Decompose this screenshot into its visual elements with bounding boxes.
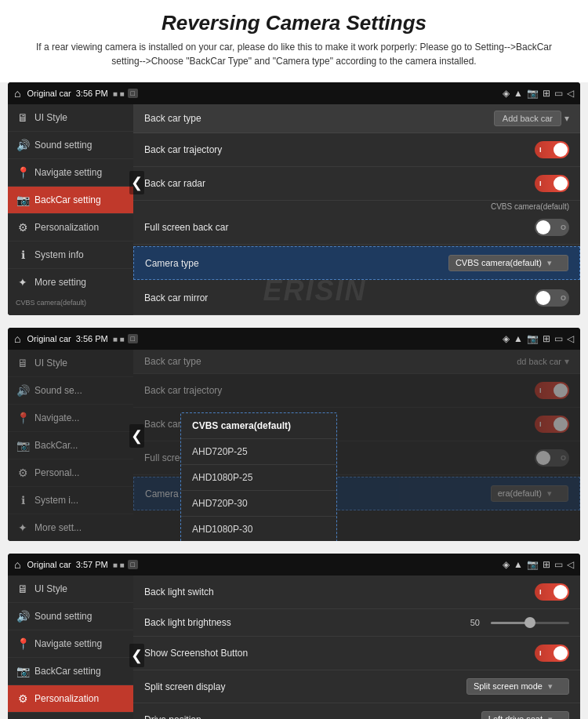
toggle-off-label2: O [561, 294, 566, 302]
main-content-3: Back light switch I Back light brightnes… [133, 576, 580, 719]
sidebar2-item-sysinfo[interactable]: ℹ System i... [8, 487, 133, 514]
status-bar-3: ⌂ Original car 3:57 PM ■ ■ □ ◈ ▲ 📷 ⊞ ▭ ◁ [8, 554, 580, 576]
backcar-type-label-2: Back car type [144, 356, 517, 367]
time-3: 3:57 PM [76, 560, 108, 569]
sidebar-item-sysinfo[interactable]: ℹ System info [8, 241, 133, 269]
navigate-icon: 📍 [16, 166, 30, 179]
s3-brightness-label: Back light brightness [144, 617, 357, 628]
s3-sound-icon: 🔊 [16, 610, 30, 623]
status-icons-1: ◈ ▲ 📷 ⊞ ▭ ◁ [503, 88, 574, 99]
popup-item-ahd720-25[interactable]: AHD720P-25 [181, 439, 336, 465]
s2-camera-dropdown[interactable]: era(default) ▾ [491, 485, 568, 502]
s3-drive-label: Drive position [144, 714, 481, 720]
s2-trajectory-toggle[interactable]: I [535, 382, 569, 399]
time-2: 3:56 PM [76, 334, 108, 343]
toggle-on-label2: I [539, 180, 542, 187]
fullscreen-label: Full screen back car [144, 222, 535, 233]
s3-sidebar-item-personal[interactable]: ⚙ Personalization [8, 685, 133, 713]
sidebar-2: 🖥 UI Style 🔊 Sound se... 📍 Navigate... 📷… [8, 350, 133, 541]
chevron-left-1[interactable]: ❮ [129, 171, 144, 194]
sidebar-item-ui-style[interactable]: 🖥 UI Style [8, 104, 133, 132]
sidebar-item-more[interactable]: ✦ More setting [8, 269, 133, 296]
split-icon-3: ▭ [554, 559, 563, 570]
back-icon-2: ◁ [567, 333, 574, 344]
status-bar-2: ⌂ Original car 3:56 PM ■ ■ □ ◈ ▲ 📷 ⊞ ▭ ◁ [8, 328, 580, 350]
home-icon-2[interactable]: ⌂ [14, 332, 20, 345]
s3-personal-icon: ⚙ [16, 692, 30, 705]
popup-item-ahd1080-30[interactable]: AHD1080P-30 [181, 517, 336, 541]
backcar-header-row-2: Back car type dd back car ▾ [133, 350, 580, 374]
s3-row-screenshot: Show Screenshot Button I [133, 637, 580, 670]
s2-radar-toggle[interactable]: I [535, 416, 569, 433]
s3-row-split: Split screen display Split screen mode ▾ [133, 670, 580, 703]
screen-panel-2: ⌂ Original car 3:56 PM ■ ■ □ ◈ ▲ 📷 ⊞ ▭ ◁… [8, 328, 580, 541]
sidebar2-item-ui[interactable]: 🖥 UI Style [8, 350, 133, 377]
sidebar-label-personalization: Personalization [34, 222, 99, 233]
sidebar2-item-more[interactable]: ✦ More sett... [8, 514, 133, 541]
brightness-slider-track[interactable] [491, 622, 569, 624]
s3-split-value: Split screen mode [474, 681, 543, 691]
s2-fullscreen-toggle[interactable]: O [535, 449, 569, 467]
sidebar2-item-sound[interactable]: 🔊 Sound se... [8, 377, 133, 405]
sidebar-label-navigate: Navigate setting [34, 167, 102, 178]
camera-icon-3: 📷 [527, 559, 539, 570]
mirror-toggle[interactable]: O [535, 289, 569, 307]
camera-dropdown-popup: CVBS camera(default) AHD720P-25 AHD1080P… [180, 412, 337, 541]
grid-icon-2: ⊞ [543, 333, 550, 344]
camera-type-dropdown[interactable]: CVBS camera(default) ▾ [448, 255, 568, 271]
s3-sidebar-item-sound[interactable]: 🔊 Sound setting [8, 603, 133, 630]
popup-item-ahd1080-25[interactable]: AHD1080P-25 [181, 465, 336, 491]
s3-sidebar-item-sysinfo[interactable]: ℹ System info [8, 713, 133, 719]
sidebar-item-navigate[interactable]: 📍 Navigate setting [8, 159, 133, 187]
sidebar-item-personalization[interactable]: ⚙ Personalization [8, 214, 133, 241]
sidebar-item-sound[interactable]: 🔊 Sound setting [8, 132, 133, 159]
s3-sidebar-item-ui[interactable]: 🖥 UI Style [8, 576, 133, 603]
status-bar-1: ⌂ Original car 3:56 PM ■ ■ □ ◈ ▲ 📷 ⊞ ▭ ◁ [8, 82, 580, 104]
sidebar2-item-personal[interactable]: ⚙ Personal... [8, 459, 133, 487]
s3-sidebar-item-nav[interactable]: 📍 Navigate setting [8, 630, 133, 658]
s3-nav-icon: 📍 [16, 637, 30, 650]
s3-screenshot-toggle[interactable]: I [535, 645, 569, 662]
spacer-2 [0, 547, 588, 554]
radar-toggle[interactable]: I [535, 175, 569, 192]
sound-icon-2: 🔊 [16, 384, 30, 397]
sidebar-label-more: More setting [34, 277, 86, 288]
sidebar2-label-sysinfo: System i... [34, 495, 78, 506]
fullscreen-toggle[interactable]: O [535, 219, 569, 236]
sidebar2-label-more: More sett... [34, 522, 82, 533]
popup-item-cvbs[interactable]: CVBS camera(default) [181, 413, 336, 439]
car-label-2: Original car [27, 334, 71, 343]
sysinfo-icon-2: ℹ [16, 494, 30, 507]
s3-sidebar-item-backcar[interactable]: 📷 BackCar setting [8, 658, 133, 685]
sidebar2-label-sound: Sound se... [34, 385, 82, 396]
fullscreen-section: CVBS camera(default) Full screen back ca… [133, 201, 580, 245]
sidebar2-item-nav[interactable]: 📍 Navigate... [8, 405, 133, 432]
screen-content-1: 🖥 UI Style 🔊 Sound setting 📍 Navigate se… [8, 104, 580, 315]
sidebar2-label-ui: UI Style [34, 358, 67, 369]
sidebar2-item-backcar[interactable]: 📷 BackCar... [8, 432, 133, 459]
sidebar-item-backcar[interactable]: 📷 BackCar setting [8, 187, 133, 214]
status-icons-2: ◈ ▲ 📷 ⊞ ▭ ◁ [503, 333, 574, 344]
s3-row-brightness: Back light brightness 50 [133, 609, 580, 637]
add-back-car-button[interactable]: Add back car [494, 111, 561, 126]
trajectory-toggle[interactable]: I [535, 141, 569, 158]
setting-row-fullscreen: Full screen back car O [133, 211, 580, 244]
s3-sidebar-label-nav: Navigate setting [34, 638, 102, 649]
home-icon[interactable]: ⌂ [14, 87, 20, 100]
more-icon: ✦ [16, 276, 30, 289]
chevron-left-3[interactable]: ❮ [129, 644, 144, 667]
screen-panel-1: ⌂ Original car 3:56 PM ■ ■ □ ◈ ▲ 📷 ⊞ ▭ ◁… [8, 82, 580, 315]
cvbs-label: CVBS camera(default) [133, 201, 580, 211]
s3-split-dropdown[interactable]: Split screen mode ▾ [466, 678, 569, 695]
chevron-left-2[interactable]: ❮ [129, 424, 144, 448]
dot-icon: ■ ■ [113, 89, 125, 98]
popup-item-ahd720-30[interactable]: AHD720P-30 [181, 491, 336, 517]
screen-badge-2: □ [128, 334, 138, 343]
page-title: Reversing Camera Settings [8, 11, 580, 35]
s3-backcar-icon: 📷 [16, 665, 30, 677]
s3-drive-dropdown[interactable]: Left drive seat ▾ [481, 711, 569, 719]
sidebar-label-sysinfo: System info [34, 249, 84, 260]
s3-backlight-toggle[interactable]: I [535, 583, 569, 601]
car-label-1: Original car [27, 89, 71, 98]
home-icon-3[interactable]: ⌂ [14, 558, 20, 571]
